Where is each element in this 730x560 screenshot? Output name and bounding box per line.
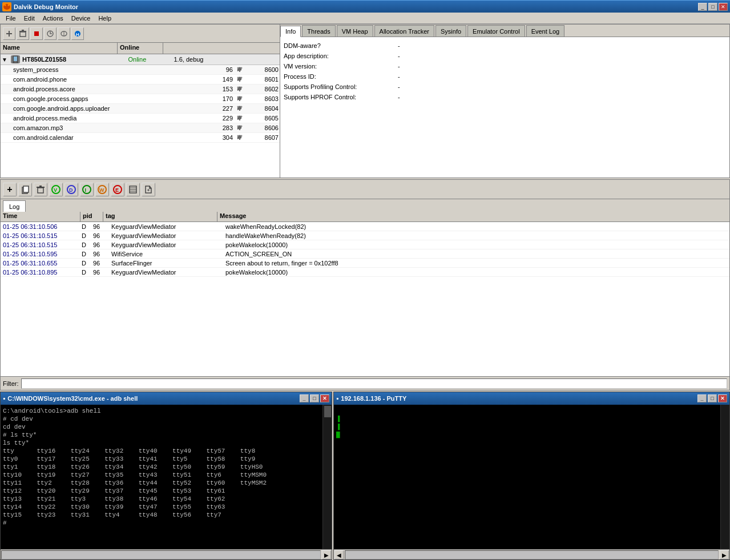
dump-hprof-button[interactable]: H [71,27,84,40]
menu-file[interactable]: File [2,14,19,23]
error-button[interactable]: E [111,183,124,196]
add-log-button[interactable]: + [3,183,17,196]
tab-sysinfo[interactable]: Sysinfo [435,25,466,37]
process-status-icon [234,124,245,132]
svg-point-25 [241,96,243,98]
maximize-button[interactable]: □ [708,3,717,11]
putty-close[interactable]: ✕ [718,394,727,402]
log-row[interactable]: 01-25 06:31:10.515 D 96 KeyguardViewMedi… [1,231,729,240]
process-port: 8607 [245,134,280,141]
putty-title: 192.168.1.136 - PuTTY [341,395,695,402]
log-tag: WifiService [109,251,223,257]
process-pid: 149 [205,76,234,83]
process-status-icon [234,75,245,83]
device-toggle[interactable]: ▼ [2,57,10,63]
svg-text:W: W [99,187,104,193]
new-button[interactable] [3,27,15,40]
info-panel: Info Threads VM Heap Allocation Tracker … [280,24,730,178]
svg-rect-6 [20,32,26,37]
menu-actions[interactable]: Actions [39,14,67,23]
putty-h-scrollbar[interactable] [345,550,719,559]
device-main-row[interactable]: ▼ HT850LZ01558 Online 1.6, debug [1,54,280,65]
tab-eventlog[interactable]: Event Log [526,25,565,37]
debug-button[interactable]: D [64,183,78,196]
process-name: com.android.phone [12,76,205,83]
process-row[interactable]: android.process.media 229 8605 [1,114,280,123]
process-pid: 229 [205,115,234,122]
minimize-button[interactable]: _ [698,3,707,11]
device-toolbar: H [1,25,280,43]
log-body[interactable]: 01-25 06:31:10.506 D 96 KeyguardViewMedi… [1,222,729,376]
log-message: pokeWakelock(10000) [223,241,729,248]
menu-edit[interactable]: Edit [21,14,38,23]
tab-vmheap[interactable]: VM Heap [337,25,373,37]
copy-log-button[interactable] [18,183,32,196]
putty-scroll-left[interactable]: ◀ [334,550,344,559]
log-row[interactable]: 01-25 06:31:10.595 D 96 WifiService ACTI… [1,249,729,259]
delete-button[interactable] [17,27,29,40]
log-row[interactable]: 01-25 06:31:10.515 D 96 KeyguardViewMedi… [1,240,729,249]
process-port: 8600 [245,66,280,73]
process-name: system_process [12,66,205,73]
process-port: 8605 [245,115,280,122]
log-row[interactable]: 01-25 06:31:10.655 D 96 SurfaceFlinger S… [1,259,729,268]
cmd-minimize[interactable]: _ [300,394,309,402]
clear-log-button[interactable] [126,183,140,196]
putty-body[interactable]: ▐ ▐ █ [334,405,720,549]
cmd-body[interactable]: C:\android\tools>adb shell # cd dev cd d… [1,405,322,549]
info-label-ddm: DDM-aware? [284,42,398,49]
svg-point-23 [241,87,243,88]
info-button[interactable]: I [80,183,94,196]
update-threads-button[interactable] [44,27,57,40]
tab-threads[interactable]: Threads [302,25,335,37]
log-row[interactable]: 01-25 06:31:10.506 D 96 KeyguardViewMedi… [1,222,729,231]
process-row[interactable]: com.amazon.mp3 283 8606 [1,123,280,133]
cmd-maximize[interactable]: □ [310,394,319,402]
process-status-icon [234,104,245,112]
process-row[interactable]: android.process.acore 153 8602 [1,84,280,94]
process-port: 8601 [245,76,280,83]
device-list[interactable]: ▼ HT850LZ01558 Online 1.6, debug system_… [1,54,280,178]
svg-point-26 [237,106,239,108]
putty-scrollbar[interactable] [720,405,729,549]
update-heap-button[interactable] [58,27,70,40]
putty-maximize[interactable]: □ [708,394,717,402]
log-tab[interactable]: Log [3,200,26,212]
process-row[interactable]: com.android.calendar 304 8607 [1,133,280,143]
tab-allocation[interactable]: Allocation Tracker [374,25,434,37]
process-row[interactable]: com.google.android.apps.uploader 227 860… [1,104,280,114]
process-port: 8606 [245,124,280,131]
device-phone-icon [11,55,20,63]
menu-device[interactable]: Device [68,14,94,23]
putty-bottom-bar: ◀ ▶ [334,549,729,559]
process-row[interactable]: system_process 96 8600 [1,65,280,75]
cmd-h-scrollbar[interactable] [1,550,321,559]
export-log-button[interactable] [142,183,155,196]
cmd-scroll-right[interactable]: ▶ [322,550,331,559]
process-pid: 153 [205,86,234,92]
delete-log-button[interactable] [34,183,47,196]
stop-button[interactable] [30,27,43,40]
menu-help[interactable]: Help [95,14,115,23]
verbose-button[interactable]: V [49,183,63,196]
process-row[interactable]: com.android.phone 149 8601 [1,75,280,84]
process-name: android.process.media [12,115,205,122]
svg-point-31 [241,126,243,127]
cmd-close[interactable]: ✕ [320,394,329,402]
putty-scroll-right[interactable]: ▶ [720,550,729,559]
warn-button[interactable]: W [95,183,109,196]
close-button[interactable]: ✕ [719,3,728,11]
title-bar: Dalvik Debug Monitor _ □ ✕ [0,0,730,13]
process-row[interactable]: com.google.process.gapps 170 8603 [1,94,280,104]
filter-input[interactable] [21,378,728,389]
tab-info[interactable]: Info [280,26,301,37]
putty-minimize[interactable]: _ [697,394,707,402]
log-col-time: Time [1,212,80,221]
process-name: com.google.android.apps.uploader [12,105,205,112]
log-level: D [80,241,92,248]
process-pid: 283 [205,124,234,131]
cmd-scrollbar[interactable] [322,405,332,549]
log-tag: SurfaceFlinger [109,260,223,267]
log-row[interactable]: 01-25 06:31:10.895 D 96 KeyguardViewMedi… [1,268,729,277]
tab-emulator[interactable]: Emulator Control [467,25,525,37]
